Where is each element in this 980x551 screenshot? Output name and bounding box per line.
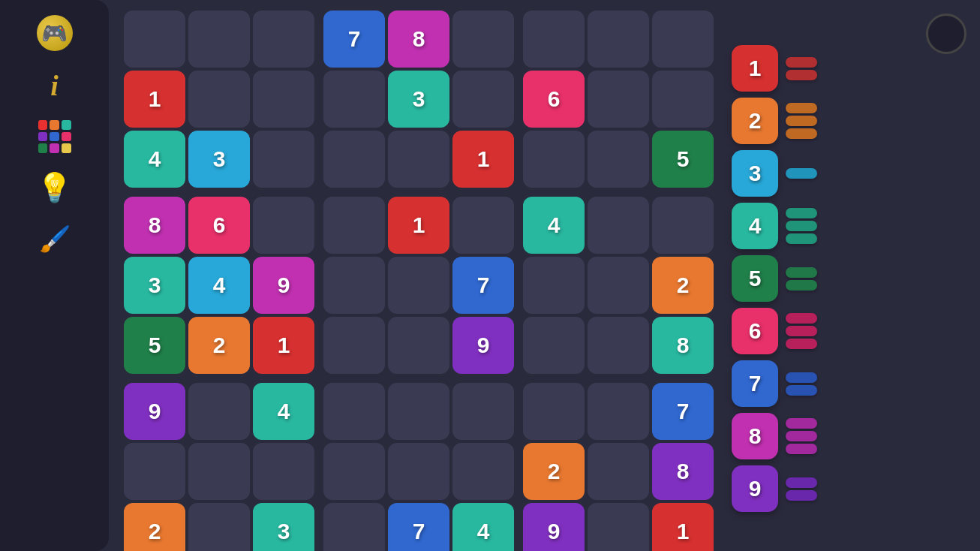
coin — [786, 339, 817, 349]
sudoku-cell: 7 — [323, 11, 385, 68]
sudoku-cell[interactable] — [388, 317, 449, 374]
sudoku-cell[interactable] — [323, 197, 385, 254]
sudoku-cell: 1 — [452, 131, 514, 188]
sudoku-cell[interactable] — [523, 317, 585, 374]
sudoku-cell[interactable] — [323, 131, 385, 188]
sudoku-cell[interactable] — [452, 443, 514, 500]
sudoku-cell[interactable] — [253, 443, 314, 500]
sudoku-cell: 4 — [188, 257, 250, 314]
sudoku-cell: 3 — [188, 131, 250, 188]
picker-item[interactable]: 4 — [732, 203, 817, 249]
sudoku-cell: 7 — [452, 257, 514, 314]
picker-coins — [786, 477, 817, 501]
sudoku-cell[interactable] — [452, 71, 514, 128]
picker-item[interactable]: 1 — [732, 45, 817, 92]
sudoku-cell: 1 — [652, 503, 714, 551]
sudoku-cell: 5 — [652, 131, 714, 188]
sudoku-cell[interactable] — [588, 443, 649, 500]
sudoku-cell[interactable] — [588, 383, 649, 440]
picker-badge: 4 — [732, 203, 778, 249]
sudoku-cell[interactable] — [323, 257, 385, 314]
sudoku-cell[interactable] — [588, 131, 649, 188]
sidebar-item-info[interactable]: i — [10, 62, 100, 110]
gear-button[interactable] — [926, 14, 966, 54]
picker-item[interactable]: 3 — [732, 150, 817, 197]
sudoku-cell[interactable] — [253, 131, 314, 188]
sudoku-cell[interactable] — [652, 197, 714, 254]
number-picker: 123456789 — [732, 45, 817, 513]
sudoku-cell: 7 — [652, 383, 714, 440]
sudoku-cell[interactable] — [253, 197, 314, 254]
sidebar-item-play[interactable] — [10, 113, 100, 161]
sudoku-cell[interactable] — [523, 383, 585, 440]
coin — [786, 385, 817, 396]
coin — [786, 372, 817, 383]
picker-coins — [786, 372, 817, 396]
sudoku-cell[interactable] — [188, 383, 250, 440]
sudoku-cell[interactable] — [323, 443, 385, 500]
games-icon: 🎮 — [37, 15, 73, 51]
sudoku-cell[interactable] — [388, 443, 449, 500]
sudoku-cell[interactable] — [323, 503, 385, 551]
sudoku-cell[interactable] — [188, 11, 250, 68]
picker-item[interactable]: 9 — [732, 465, 817, 512]
sudoku-cell[interactable] — [323, 317, 385, 374]
sudoku-cell[interactable] — [188, 443, 250, 500]
picker-badge: 2 — [732, 98, 778, 144]
coin — [786, 418, 817, 429]
sidebar-item-hint[interactable]: 💡 — [10, 164, 100, 212]
sudoku-cell[interactable] — [523, 257, 585, 314]
sudoku-cell[interactable] — [253, 71, 314, 128]
coin — [786, 477, 817, 488]
sudoku-cell[interactable] — [652, 71, 714, 128]
sudoku-cell[interactable] — [388, 383, 449, 440]
coin — [786, 221, 817, 231]
sudoku-cell: 2 — [124, 503, 185, 551]
sudoku-cell[interactable] — [452, 11, 514, 68]
picker-item[interactable]: 6 — [732, 308, 817, 354]
sudoku-cell[interactable] — [124, 443, 185, 500]
sudoku-cell[interactable] — [452, 383, 514, 440]
picker-coins — [786, 418, 817, 454]
coin — [786, 103, 817, 113]
sudoku-cell[interactable] — [388, 131, 449, 188]
sudoku-cell: 4 — [253, 383, 314, 440]
sudoku-cell[interactable] — [588, 71, 649, 128]
sudoku-cell[interactable] — [323, 383, 385, 440]
coin — [786, 490, 817, 501]
sudoku-cell[interactable] — [188, 71, 250, 128]
sudoku-cell: 2 — [523, 443, 585, 500]
picker-coins — [786, 208, 817, 244]
sudoku-cell[interactable] — [588, 197, 649, 254]
sudoku-cell: 3 — [388, 71, 449, 128]
sudoku-cell[interactable] — [253, 11, 314, 68]
sudoku-cell[interactable] — [124, 11, 185, 68]
picker-item[interactable]: 7 — [732, 360, 817, 407]
picker-item[interactable]: 8 — [732, 413, 817, 459]
picker-item[interactable]: 5 — [732, 255, 817, 302]
sudoku-cell[interactable] — [523, 131, 585, 188]
picker-coins — [786, 313, 817, 349]
picker-coins — [786, 267, 817, 291]
sudoku-cell[interactable] — [523, 11, 585, 68]
picker-coins — [786, 103, 817, 139]
coin — [786, 267, 817, 278]
sudoku-cell[interactable] — [588, 317, 649, 374]
sudoku-cell[interactable] — [452, 197, 514, 254]
sudoku-cell[interactable] — [588, 503, 649, 551]
picker-item[interactable]: 2 — [732, 98, 817, 144]
sudoku-cell[interactable] — [188, 503, 250, 551]
sudoku-cell[interactable] — [652, 11, 714, 68]
sudoku-cell[interactable] — [388, 257, 449, 314]
sidebar-item-games[interactable]: 🎮 — [10, 8, 100, 59]
picker-badge: 9 — [732, 465, 778, 512]
sudoku-cell[interactable] — [588, 257, 649, 314]
sudoku-cell: 1 — [253, 317, 314, 374]
sudoku-cell: 1 — [388, 197, 449, 254]
sudoku-cell[interactable] — [588, 11, 649, 68]
sudoku-cell[interactable] — [323, 71, 385, 128]
sudoku-cell: 9 — [253, 257, 314, 314]
picker-coins — [786, 57, 817, 80]
sudoku-cell: 2 — [652, 257, 714, 314]
sidebar-item-themes[interactable]: 🖌️ — [10, 215, 100, 263]
